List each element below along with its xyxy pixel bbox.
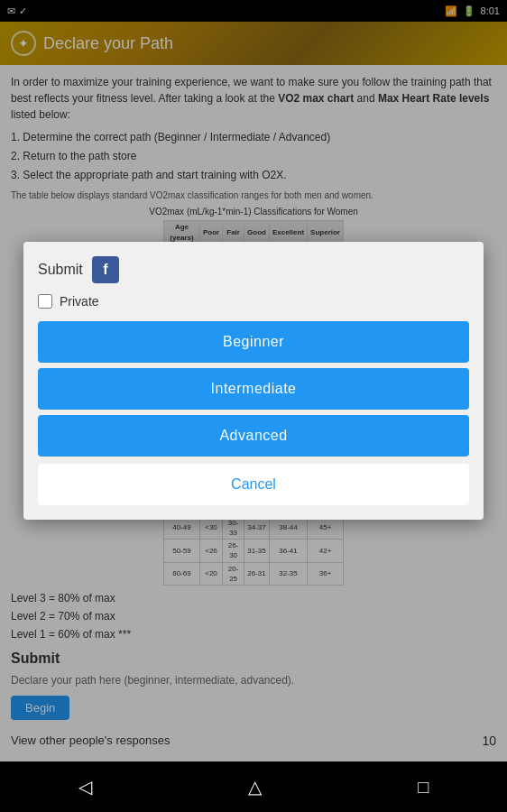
advanced-button[interactable]: Advanced xyxy=(38,415,469,457)
facebook-icon: f xyxy=(103,262,107,278)
private-checkbox[interactable] xyxy=(38,294,52,309)
facebook-share-button[interactable]: f xyxy=(92,256,119,283)
dialog-header: Submit f xyxy=(38,256,469,283)
intermediate-button[interactable]: Intermediate xyxy=(38,368,469,410)
beginner-button[interactable]: Beginner xyxy=(38,321,469,363)
dialog-title: Submit xyxy=(38,262,83,278)
private-label[interactable]: Private xyxy=(60,294,99,309)
recent-apps-button[interactable]: □ xyxy=(400,770,447,805)
back-button[interactable]: ◁ xyxy=(60,769,110,805)
submit-dialog: Submit f Private Beginner Intermediate A… xyxy=(23,242,484,520)
dialog-overlay: Submit f Private Beginner Intermediate A… xyxy=(0,0,507,761)
home-button[interactable]: △ xyxy=(230,769,280,805)
private-row: Private xyxy=(38,294,469,309)
cancel-button[interactable]: Cancel xyxy=(38,464,469,505)
navigation-bar: ◁ △ □ xyxy=(0,761,507,812)
